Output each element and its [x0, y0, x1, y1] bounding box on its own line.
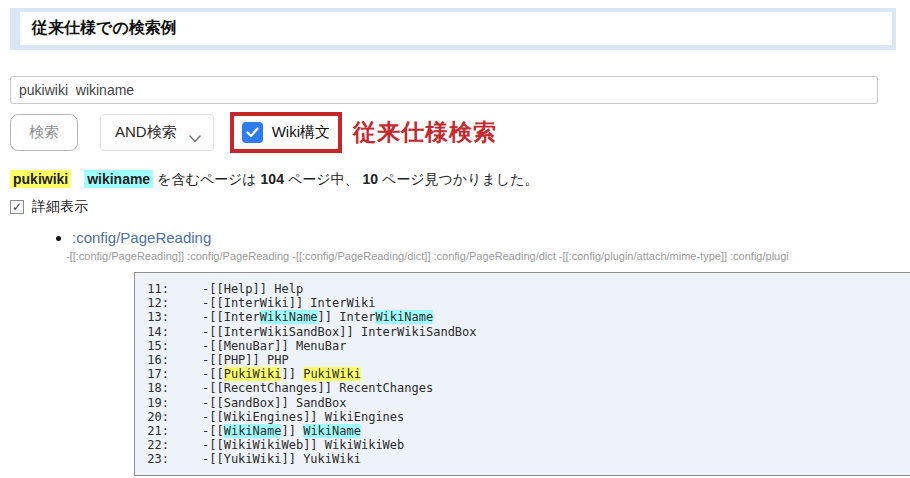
results-total-count: 104 [261, 171, 284, 187]
list-item: :config/PageReading -[[:config/PageReadi… [72, 229, 896, 476]
page-title: 従来仕様での検索例 [32, 19, 177, 36]
check-icon [246, 127, 259, 138]
code-block: 11:-[[Help]] Help12:-[[InterWiki]] Inter… [134, 272, 910, 476]
page: 従来仕様での検索例 検索 AND検索 Wiki構文 従来仕様検索 pukiwik… [0, 0, 910, 476]
code-line: 18:-[[RecentChanges]] RecentChanges [135, 381, 910, 395]
code-line: 19:-[[SandBox]] SandBox [135, 396, 910, 410]
detail-display-label: 詳細表示 [32, 198, 88, 216]
result-page-link[interactable]: :config/PageReading [72, 229, 211, 246]
code-line: 16:-[[PHP]] PHP [135, 353, 910, 367]
legacy-search-annotation: 従来仕様検索 [353, 117, 497, 148]
code-line: 20:-[[WikiEngines]] WikiEngines [135, 410, 910, 424]
results-text-1: を含むページは [157, 171, 261, 187]
code-line: 13:-[[InterWikiName]] InterWikiName [135, 310, 910, 324]
wiki-syntax-checkbox[interactable] [242, 122, 263, 143]
search-mode-select[interactable]: AND検索 [100, 114, 214, 151]
detail-display-checkbox[interactable]: ✓ [10, 200, 24, 214]
result-preview-text: -[[:config/PageReading]] :config/PageRea… [66, 250, 898, 262]
results-text-3: ページ見つかりました。 [382, 171, 539, 187]
code-line: 17:-[[PukiWiki]] PukiWiki [135, 367, 910, 381]
results-found-count: 10 [362, 171, 378, 187]
wiki-syntax-label: Wiki構文 [272, 123, 330, 142]
wiki-syntax-highlight-box: Wiki構文 [230, 112, 342, 153]
code-line: 15:-[[MenuBar]] MenuBar [135, 339, 910, 353]
code-line: 23:-[[YukiWiki]] YukiWiki [135, 452, 910, 466]
results-text-2: ページ中、 [288, 171, 363, 187]
search-input[interactable] [10, 76, 878, 104]
search-button[interactable]: 検索 [10, 114, 78, 151]
code-line: 14:-[[InterWikiSandBox]] InterWikiSandBo… [135, 325, 910, 339]
search-controls: 検索 AND検索 Wiki構文 従来仕様検索 [10, 112, 896, 153]
code-line: 12:-[[InterWiki]] InterWiki [135, 296, 910, 310]
detail-display-row: ✓ 詳細表示 [10, 198, 896, 216]
code-line: 22:-[[WikiWikiWeb]] WikiWikiWeb [135, 438, 910, 452]
chevron-down-icon [189, 129, 201, 137]
search-term-2: wikiname [84, 170, 153, 188]
code-line: 21:-[[WikiName]] WikiName [135, 424, 910, 438]
search-mode-value: AND検索 [115, 123, 177, 142]
search-term-1: pukiwiki [10, 170, 71, 188]
code-line: 11:-[[Help]] Help [135, 282, 910, 296]
result-list: :config/PageReading -[[:config/PageReadi… [10, 229, 896, 476]
results-summary: pukiwiki wikiname を含むページは 104 ページ中、 10 ペ… [10, 171, 896, 189]
section-header: 従来仕様での検索例 [10, 8, 896, 50]
